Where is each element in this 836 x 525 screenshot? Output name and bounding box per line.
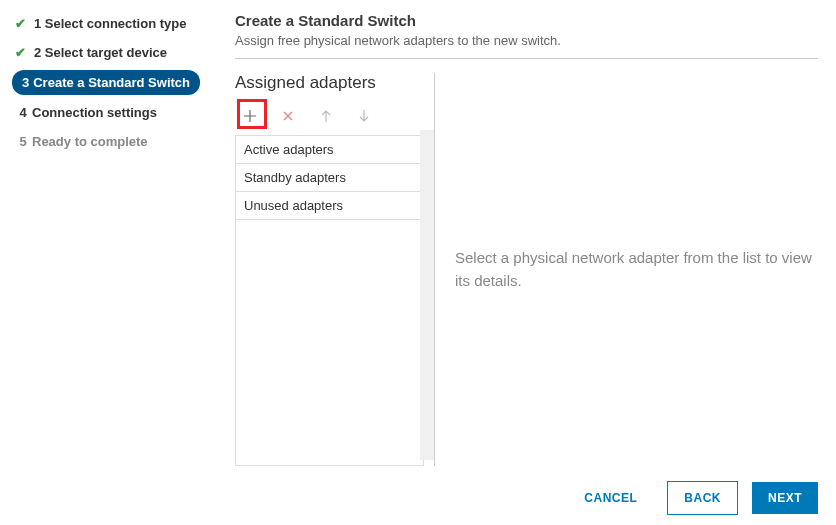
standby-adapters-group[interactable]: Standby adapters bbox=[236, 164, 423, 192]
back-button[interactable]: BACK bbox=[667, 481, 738, 515]
move-down-icon[interactable] bbox=[355, 107, 373, 125]
check-icon: ✔ bbox=[12, 45, 28, 60]
adapter-list: Active adapters Standby adapters Unused … bbox=[235, 135, 424, 466]
remove-icon[interactable] bbox=[279, 107, 297, 125]
divider bbox=[235, 58, 818, 59]
scrollbar[interactable] bbox=[420, 130, 434, 460]
detail-placeholder: Select a physical network adapter from t… bbox=[455, 247, 818, 292]
adapter-toolbar bbox=[235, 103, 424, 135]
add-icon[interactable] bbox=[241, 107, 259, 125]
wizard-sidebar: ✔ 1 Select connection type ✔ 2 Select ta… bbox=[0, 12, 225, 466]
assigned-adapters-title: Assigned adapters bbox=[235, 73, 424, 93]
next-button[interactable]: NEXT bbox=[752, 482, 818, 514]
step-3[interactable]: 3 Create a Standard Switch bbox=[12, 70, 200, 95]
move-up-icon[interactable] bbox=[317, 107, 335, 125]
adapter-list-empty bbox=[236, 220, 423, 465]
page-title: Create a Standard Switch bbox=[235, 12, 818, 29]
step-1[interactable]: ✔ 1 Select connection type bbox=[12, 12, 225, 35]
page-subtitle: Assign free physical network adapters to… bbox=[235, 33, 818, 48]
check-icon: ✔ bbox=[12, 16, 28, 31]
wizard-footer: CANCEL BACK NEXT bbox=[568, 481, 818, 515]
cancel-button[interactable]: CANCEL bbox=[568, 482, 653, 514]
assigned-adapters-pane: Assigned adapters Act bbox=[235, 73, 435, 466]
active-adapters-group[interactable]: Active adapters bbox=[236, 136, 423, 164]
step-4[interactable]: 4 Connection settings bbox=[12, 101, 225, 124]
adapter-detail-pane: Select a physical network adapter from t… bbox=[435, 73, 818, 466]
step-2[interactable]: ✔ 2 Select target device bbox=[12, 41, 225, 64]
step-5[interactable]: 5 Ready to complete bbox=[12, 130, 225, 153]
unused-adapters-group[interactable]: Unused adapters bbox=[236, 192, 423, 220]
